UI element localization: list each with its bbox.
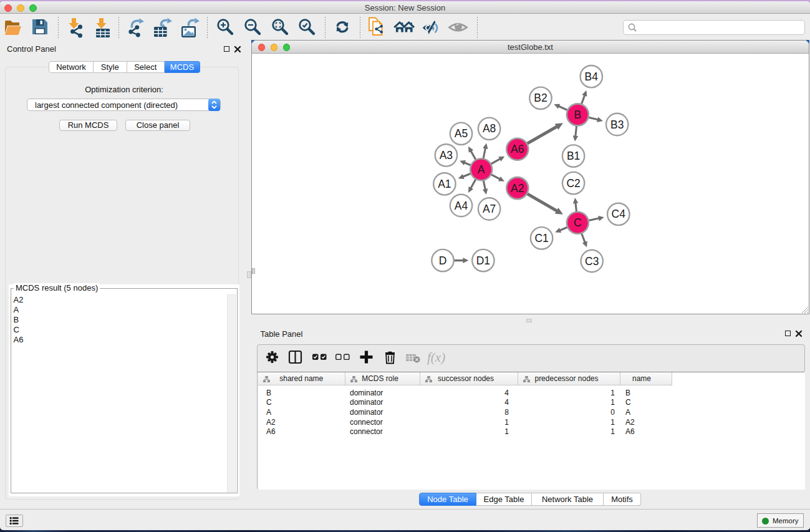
svg-text:C1: C1 bbox=[534, 232, 548, 244]
svg-text:B3: B3 bbox=[610, 118, 624, 131]
svg-text:A: A bbox=[478, 163, 485, 176]
svg-text:A1: A1 bbox=[438, 178, 451, 190]
svg-text:A4: A4 bbox=[455, 200, 468, 212]
svg-text:C3: C3 bbox=[585, 255, 599, 268]
svg-text:B2: B2 bbox=[534, 92, 547, 104]
svg-text:C4: C4 bbox=[612, 208, 626, 220]
svg-text:B: B bbox=[574, 109, 582, 121]
svg-text:B1: B1 bbox=[567, 150, 580, 162]
svg-text:C: C bbox=[574, 216, 582, 229]
svg-text:A5: A5 bbox=[455, 127, 468, 140]
svg-text:A2: A2 bbox=[511, 182, 524, 195]
svg-text:f(x): f(x) bbox=[427, 350, 445, 365]
svg-text:A7: A7 bbox=[483, 203, 496, 215]
svg-text:A8: A8 bbox=[483, 122, 496, 135]
svg-text:C2: C2 bbox=[566, 177, 580, 190]
svg-text:B4: B4 bbox=[585, 70, 599, 83]
svg-text:D: D bbox=[439, 254, 447, 267]
svg-text:A6: A6 bbox=[511, 143, 524, 155]
svg-text:D1: D1 bbox=[476, 254, 490, 267]
svg-text:A3: A3 bbox=[440, 149, 453, 162]
